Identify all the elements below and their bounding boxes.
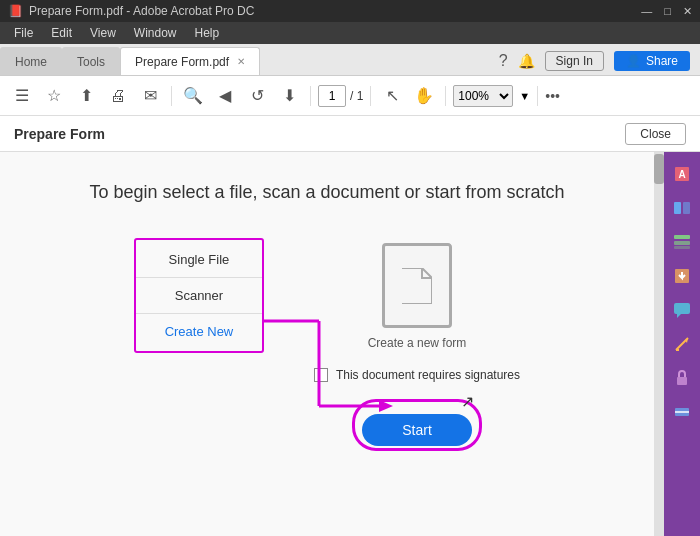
upload-icon[interactable]: ⬆ [72,82,100,110]
tab-prepare-form[interactable]: Prepare Form.pdf ✕ [120,47,260,75]
page-navigation: / 1 [318,85,363,107]
print-icon[interactable]: 🖨 [104,82,132,110]
file-icon-svg [402,268,432,304]
svg-rect-9 [674,241,690,245]
scrollbar-thumb[interactable] [654,154,664,184]
toolbar-separator [171,86,172,106]
tab-tools-label: Tools [77,55,105,69]
option-divider-2 [136,313,262,314]
scrollbar[interactable] [654,152,664,536]
toolbar-separator-5 [537,86,538,106]
tab-bar: Home Tools Prepare Form.pdf ✕ ? 🔔 Sign I… [0,44,700,76]
svg-rect-17 [677,377,687,385]
option-create-new[interactable]: Create New [136,316,262,347]
sidebar-organize-icon[interactable] [666,226,698,258]
svg-marker-13 [677,314,681,318]
hand-icon[interactable]: ✋ [410,82,438,110]
menu-file[interactable]: File [6,24,41,42]
zoom-dropdown-icon[interactable]: ▼ [519,90,530,102]
tab-tools[interactable]: Tools [62,47,120,75]
svg-text:A: A [678,169,685,180]
sidebar-export-icon[interactable] [666,260,698,292]
prepare-form-title: Prepare Form [14,126,105,142]
bookmark-icon[interactable]: ☆ [40,82,68,110]
file-icon [382,243,452,328]
menu-view[interactable]: View [82,24,124,42]
main-heading: To begin select a file, scan a document … [89,182,564,203]
window-title: Prepare Form.pdf - Adobe Acrobat Pro DC [29,4,254,18]
options-area: Single File Scanner Create New [20,233,634,446]
help-icon[interactable]: ? [499,52,508,70]
share-button[interactable]: 👤 Share [614,51,690,71]
start-button-wrapper: Start [362,404,472,446]
menu-edit[interactable]: Edit [43,24,80,42]
tab-home[interactable]: Home [0,47,62,75]
option-divider-1 [136,277,262,278]
menu-window[interactable]: Window [126,24,185,42]
content-panel: To begin select a file, scan a document … [0,152,654,536]
menu-bar: File Edit View Window Help [0,22,700,44]
cursor-icon[interactable]: ↖ [378,82,406,110]
maximize-button[interactable]: □ [664,5,671,18]
options-list-container: Single File Scanner Create New [134,238,264,353]
previous-icon[interactable]: ◀ [211,82,239,110]
sidebar-combine-icon[interactable] [666,192,698,224]
svg-rect-6 [674,202,681,214]
rotate-icon[interactable]: ↺ [243,82,271,110]
svg-rect-10 [674,246,690,249]
page-separator: / 1 [350,89,363,103]
right-sidebar: A [664,152,700,536]
toolbar-separator-2 [310,86,311,106]
toolbar-separator-4 [445,86,446,106]
minimize-button[interactable]: — [641,5,652,18]
search-icon[interactable]: 🔍 [179,82,207,110]
sidebar-sign-icon[interactable] [666,328,698,360]
close-button[interactable]: ✕ [683,5,692,18]
home-icon[interactable]: ☰ [8,82,36,110]
prepare-form-header: Prepare Form Close [0,116,700,152]
sidebar-chat-icon[interactable] [666,294,698,326]
share-icon: 👤 [626,54,641,68]
download-icon[interactable]: ⬇ [275,82,303,110]
menu-help[interactable]: Help [187,24,228,42]
svg-rect-12 [674,303,690,314]
tab-home-label: Home [15,55,47,69]
email-icon[interactable]: ✉ [136,82,164,110]
app-icon: 📕 [8,4,23,18]
svg-rect-7 [683,202,690,214]
bell-icon[interactable]: 🔔 [518,53,535,69]
sign-in-button[interactable]: Sign In [545,51,604,71]
tab-close-button[interactable]: ✕ [237,56,245,67]
zoom-select[interactable]: 100% 75% 150% [453,85,513,107]
more-options-button[interactable]: ••• [545,88,560,104]
sidebar-pdf-edit-icon[interactable]: A [666,158,698,190]
option-single-file[interactable]: Single File [136,244,262,275]
toolbar-separator-3 [370,86,371,106]
start-button[interactable]: Start [362,414,472,446]
sidebar-compress-icon[interactable] [666,396,698,428]
svg-rect-8 [674,235,690,239]
sidebar-lock-icon[interactable] [666,362,698,394]
main-area: To begin select a file, scan a document … [0,152,700,536]
share-label: Share [646,54,678,68]
option-scanner[interactable]: Scanner [136,280,262,311]
tab-prepare-label: Prepare Form.pdf [135,55,229,69]
toolbar: ☰ ☆ ⬆ 🖨 ✉ 🔍 ◀ ↺ ⬇ / 1 ↖ ✋ 100% 75% 150% … [0,76,700,116]
title-bar: 📕 Prepare Form.pdf - Adobe Acrobat Pro D… [0,0,700,22]
tab-actions: ? 🔔 Sign In 👤 Share [499,51,700,75]
page-number-input[interactable] [318,85,346,107]
window-controls[interactable]: — □ ✕ [641,5,692,18]
close-panel-button[interactable]: Close [625,123,686,145]
